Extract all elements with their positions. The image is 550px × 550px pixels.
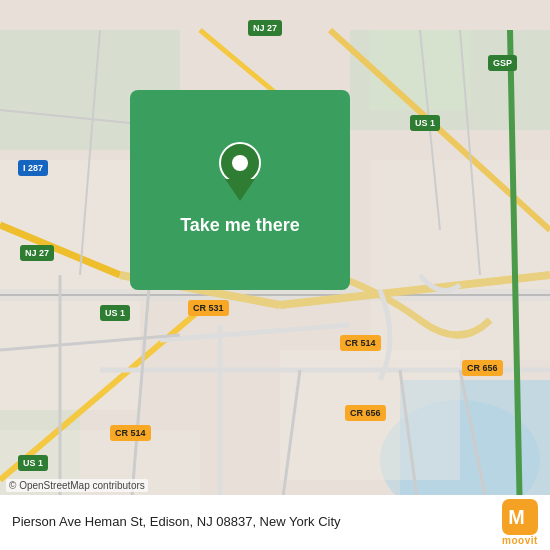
moovit-brand-text: moovit	[502, 535, 538, 546]
cr656-sign-bottom: CR 656	[345, 405, 386, 421]
moovit-logo-icon: M	[502, 499, 538, 535]
nj27-sign-left: NJ 27	[20, 245, 54, 261]
us1-sign-top: US 1	[410, 115, 440, 131]
moovit-logo: M moovit	[502, 499, 538, 546]
svg-rect-5	[370, 30, 470, 110]
bottom-bar: Pierson Ave Heman St, Edison, NJ 08837, …	[0, 495, 550, 550]
cr656-sign-top: CR 656	[462, 360, 503, 376]
i287-sign: I 287	[18, 160, 48, 176]
svg-point-36	[232, 155, 248, 171]
nj27-sign-top: NJ 27	[248, 20, 282, 36]
location-pin-icon	[215, 141, 265, 201]
us1-sign-bottom: US 1	[18, 455, 48, 471]
cr514-sign-bottom: CR 514	[110, 425, 151, 441]
svg-rect-7	[370, 160, 550, 360]
cr514-sign-right: CR 514	[340, 335, 381, 351]
map-container: Me... NJ 27 US 1 GSP I 287 NJ 27 CR 531 …	[0, 0, 550, 550]
svg-text:M: M	[508, 506, 524, 528]
svg-line-20	[160, 325, 350, 340]
take-me-there-button[interactable]: Take me there	[172, 211, 308, 240]
take-me-there-overlay: Take me there	[130, 90, 350, 290]
cr531-sign: CR 531	[188, 300, 229, 316]
address-label: Pierson Ave Heman St, Edison, NJ 08837, …	[12, 513, 492, 531]
map-copyright: © OpenStreetMap contributors	[6, 479, 148, 492]
gsp-sign: GSP	[488, 55, 517, 71]
svg-marker-37	[225, 179, 255, 201]
us1-sign-left: US 1	[100, 305, 130, 321]
